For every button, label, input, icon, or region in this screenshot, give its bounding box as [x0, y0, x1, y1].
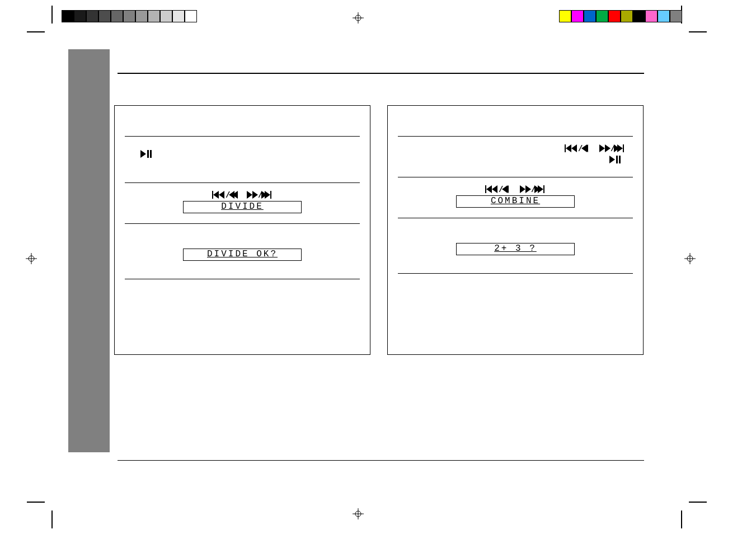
swatch — [86, 10, 98, 22]
skip-back-icon: / — [485, 185, 511, 193]
svg-rect-54 — [543, 185, 544, 193]
swatch — [135, 10, 148, 22]
swatch — [571, 10, 584, 22]
svg-rect-13 — [147, 150, 149, 158]
svg-marker-22 — [247, 191, 252, 199]
step — [125, 106, 360, 137]
registration-mark-icon — [26, 253, 37, 264]
swatch — [98, 10, 111, 22]
svg-marker-30 — [571, 144, 577, 152]
display-readout: COMBINE — [456, 195, 575, 208]
skip-forward-icon: / — [520, 185, 546, 193]
registration-mark-icon — [353, 12, 364, 24]
step: / / DIVIDE — [125, 183, 360, 224]
swatch — [645, 10, 658, 22]
swatch — [584, 10, 596, 22]
svg-rect-27 — [270, 191, 271, 199]
svg-rect-42 — [619, 156, 621, 163]
swatch — [148, 10, 160, 22]
crop-mark — [689, 502, 707, 503]
svg-rect-43 — [485, 185, 486, 193]
crop-mark — [27, 502, 45, 503]
swatch — [123, 10, 135, 22]
svg-marker-29 — [566, 144, 571, 152]
svg-marker-49 — [520, 185, 525, 193]
svg-marker-23 — [252, 191, 258, 199]
skip-back-icon: / — [565, 144, 590, 152]
divide-procedure-box: / / DIVIDE DIVIDE OK? — [114, 105, 370, 355]
svg-rect-14 — [150, 150, 152, 158]
skip-forward-icon: / — [247, 191, 273, 199]
swatch — [111, 10, 123, 22]
svg-marker-45 — [492, 185, 497, 193]
crop-mark — [689, 31, 707, 32]
svg-rect-39 — [623, 144, 624, 152]
grayscale-swatches — [62, 10, 197, 22]
crop-mark — [51, 510, 53, 528]
skip-icons-row: / / — [127, 191, 358, 199]
play-pause-icon — [140, 150, 153, 158]
step: 2+ 3 ? — [398, 218, 633, 274]
svg-marker-34 — [599, 144, 605, 152]
swatch — [74, 10, 86, 22]
svg-rect-15 — [212, 191, 213, 199]
skip-back-icon: / — [212, 191, 238, 199]
svg-marker-18 — [219, 191, 224, 199]
svg-marker-50 — [525, 185, 531, 193]
step — [125, 279, 360, 335]
swatch — [621, 10, 633, 22]
step — [398, 106, 633, 137]
step — [125, 137, 360, 183]
svg-marker-40 — [609, 156, 615, 163]
step — [398, 274, 633, 330]
display-readout: 2+ 3 ? — [456, 243, 575, 255]
swatch — [559, 10, 571, 22]
svg-marker-35 — [605, 144, 611, 152]
display-readout: DIVIDE — [183, 201, 302, 213]
swatch — [608, 10, 621, 22]
step: / / COMBINE — [398, 177, 633, 218]
svg-marker-44 — [486, 185, 492, 193]
registration-mark-icon — [353, 508, 364, 519]
skip-icons-row: / / — [400, 144, 631, 152]
combine-procedure-box: / / / / — [387, 105, 644, 355]
svg-marker-53 — [538, 185, 543, 193]
swatch — [172, 10, 185, 22]
procedure-columns: / / DIVIDE DIVIDE OK? / — [114, 105, 644, 355]
page-tab — [68, 49, 110, 452]
play-pause-icon — [609, 156, 622, 163]
step: DIVIDE OK? — [125, 224, 360, 279]
crop-mark — [681, 510, 682, 528]
divider — [118, 73, 644, 74]
step: / / — [398, 137, 633, 177]
crop-mark — [27, 31, 45, 32]
color-swatches — [559, 10, 682, 22]
svg-marker-26 — [265, 191, 270, 199]
skip-icons-row: / / — [400, 185, 631, 193]
swatch — [596, 10, 608, 22]
crop-mark — [51, 6, 53, 24]
svg-rect-41 — [616, 156, 618, 163]
swatch — [185, 10, 197, 22]
swatch — [633, 10, 645, 22]
swatch — [62, 10, 74, 22]
manual-page: / / DIVIDE DIVIDE OK? / — [0, 0, 756, 534]
svg-rect-28 — [565, 144, 566, 152]
skip-forward-icon: / — [599, 144, 625, 152]
display-readout: DIVIDE OK? — [183, 249, 302, 261]
swatch — [658, 10, 670, 22]
svg-marker-38 — [617, 144, 623, 152]
swatch — [670, 10, 682, 22]
svg-marker-17 — [213, 191, 219, 199]
swatch — [160, 10, 172, 22]
registration-mark-icon — [684, 253, 696, 264]
divider — [118, 460, 644, 461]
svg-marker-12 — [140, 150, 146, 158]
